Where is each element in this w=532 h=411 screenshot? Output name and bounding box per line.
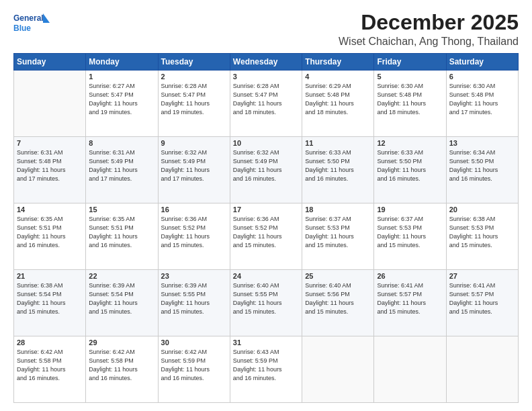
day-number: 19 bbox=[377, 205, 443, 214]
day-number: 14 bbox=[17, 205, 83, 214]
calendar-cell: 22Sunrise: 6:39 AMSunset: 5:54 PMDayligh… bbox=[86, 270, 158, 336]
calendar-cell: 20Sunrise: 6:38 AMSunset: 5:53 PMDayligh… bbox=[446, 203, 518, 270]
calendar-header-wednesday: Wednesday bbox=[230, 54, 302, 71]
day-info: Sunrise: 6:32 AMSunset: 5:49 PMDaylight:… bbox=[161, 148, 227, 183]
calendar-cell: 13Sunrise: 6:34 AMSunset: 5:50 PMDayligh… bbox=[446, 137, 518, 203]
day-info: Sunrise: 6:30 AMSunset: 5:48 PMDaylight:… bbox=[377, 82, 443, 117]
day-info: Sunrise: 6:36 AMSunset: 5:52 PMDaylight:… bbox=[233, 215, 299, 250]
day-info: Sunrise: 6:37 AMSunset: 5:53 PMDaylight:… bbox=[377, 215, 443, 250]
day-info: Sunrise: 6:43 AMSunset: 5:59 PMDaylight:… bbox=[233, 348, 299, 383]
calendar-cell: 7Sunrise: 6:31 AMSunset: 5:48 PMDaylight… bbox=[14, 137, 86, 203]
calendar-header-sunday: Sunday bbox=[14, 54, 86, 71]
title-block: December 2025 Wiset Chaichan, Ang Thong,… bbox=[339, 11, 519, 48]
day-info: Sunrise: 6:34 AMSunset: 5:50 PMDaylight:… bbox=[449, 148, 515, 183]
day-number: 2 bbox=[161, 73, 227, 81]
calendar-cell: 15Sunrise: 6:35 AMSunset: 5:51 PMDayligh… bbox=[86, 203, 158, 270]
svg-marker-2 bbox=[43, 13, 50, 23]
calendar-cell: 30Sunrise: 6:42 AMSunset: 5:59 PMDayligh… bbox=[158, 336, 230, 403]
day-number: 13 bbox=[449, 139, 515, 147]
calendar-cell: 18Sunrise: 6:37 AMSunset: 5:53 PMDayligh… bbox=[302, 203, 374, 270]
calendar-cell: 11Sunrise: 6:33 AMSunset: 5:50 PMDayligh… bbox=[302, 137, 374, 203]
day-info: Sunrise: 6:33 AMSunset: 5:50 PMDaylight:… bbox=[377, 148, 443, 183]
day-number: 18 bbox=[305, 205, 371, 214]
calendar-cell bbox=[446, 336, 518, 403]
day-info: Sunrise: 6:35 AMSunset: 5:51 PMDaylight:… bbox=[17, 215, 83, 250]
day-number: 8 bbox=[89, 139, 154, 147]
calendar-week-row: 1Sunrise: 6:27 AMSunset: 5:47 PMDaylight… bbox=[14, 71, 519, 137]
day-number: 12 bbox=[377, 139, 443, 147]
calendar-header-monday: Monday bbox=[86, 54, 158, 71]
calendar-header-saturday: Saturday bbox=[446, 54, 518, 71]
calendar-week-row: 21Sunrise: 6:38 AMSunset: 5:54 PMDayligh… bbox=[14, 270, 519, 336]
calendar-cell: 8Sunrise: 6:31 AMSunset: 5:49 PMDaylight… bbox=[86, 137, 158, 203]
calendar-cell bbox=[14, 71, 86, 137]
subtitle: Wiset Chaichan, Ang Thong, Thailand bbox=[339, 36, 519, 48]
calendar-cell: 3Sunrise: 6:28 AMSunset: 5:47 PMDaylight… bbox=[230, 71, 302, 137]
calendar-cell: 29Sunrise: 6:42 AMSunset: 5:58 PMDayligh… bbox=[86, 336, 158, 403]
calendar-cell bbox=[374, 336, 446, 403]
day-number: 20 bbox=[449, 205, 515, 214]
calendar-cell: 2Sunrise: 6:28 AMSunset: 5:47 PMDaylight… bbox=[158, 71, 230, 137]
day-number: 23 bbox=[161, 272, 227, 280]
calendar-cell: 27Sunrise: 6:41 AMSunset: 5:57 PMDayligh… bbox=[446, 270, 518, 336]
day-number: 25 bbox=[305, 272, 371, 280]
day-number: 9 bbox=[161, 139, 227, 147]
day-info: Sunrise: 6:41 AMSunset: 5:57 PMDaylight:… bbox=[377, 281, 443, 316]
calendar-cell: 16Sunrise: 6:36 AMSunset: 5:52 PMDayligh… bbox=[158, 203, 230, 270]
calendar-cell: 12Sunrise: 6:33 AMSunset: 5:50 PMDayligh… bbox=[374, 137, 446, 203]
calendar-cell: 24Sunrise: 6:40 AMSunset: 5:55 PMDayligh… bbox=[230, 270, 302, 336]
day-info: Sunrise: 6:39 AMSunset: 5:54 PMDaylight:… bbox=[89, 281, 154, 316]
calendar-cell: 31Sunrise: 6:43 AMSunset: 5:59 PMDayligh… bbox=[230, 336, 302, 403]
day-info: Sunrise: 6:33 AMSunset: 5:50 PMDaylight:… bbox=[305, 148, 371, 183]
calendar-cell: 4Sunrise: 6:29 AMSunset: 5:48 PMDaylight… bbox=[302, 71, 374, 137]
day-number: 27 bbox=[449, 272, 515, 280]
calendar-cell: 1Sunrise: 6:27 AMSunset: 5:47 PMDaylight… bbox=[86, 71, 158, 137]
calendar-cell: 19Sunrise: 6:37 AMSunset: 5:53 PMDayligh… bbox=[374, 203, 446, 270]
day-info: Sunrise: 6:38 AMSunset: 5:54 PMDaylight:… bbox=[17, 281, 83, 316]
day-info: Sunrise: 6:32 AMSunset: 5:49 PMDaylight:… bbox=[233, 148, 299, 183]
calendar-cell: 6Sunrise: 6:30 AMSunset: 5:48 PMDaylight… bbox=[446, 71, 518, 137]
logo-svg: General Blue bbox=[13, 11, 50, 35]
day-number: 28 bbox=[17, 338, 83, 347]
day-number: 21 bbox=[17, 272, 83, 280]
calendar-week-row: 14Sunrise: 6:35 AMSunset: 5:51 PMDayligh… bbox=[14, 203, 519, 270]
day-info: Sunrise: 6:29 AMSunset: 5:48 PMDaylight:… bbox=[305, 82, 371, 117]
calendar-cell: 14Sunrise: 6:35 AMSunset: 5:51 PMDayligh… bbox=[14, 203, 86, 270]
day-number: 15 bbox=[89, 205, 154, 214]
day-info: Sunrise: 6:27 AMSunset: 5:47 PMDaylight:… bbox=[89, 82, 154, 117]
calendar-header-thursday: Thursday bbox=[302, 54, 374, 71]
calendar-cell: 9Sunrise: 6:32 AMSunset: 5:49 PMDaylight… bbox=[158, 137, 230, 203]
day-number: 30 bbox=[161, 338, 227, 347]
day-info: Sunrise: 6:38 AMSunset: 5:53 PMDaylight:… bbox=[449, 215, 515, 250]
day-number: 16 bbox=[161, 205, 227, 214]
day-info: Sunrise: 6:41 AMSunset: 5:57 PMDaylight:… bbox=[449, 281, 515, 316]
day-info: Sunrise: 6:40 AMSunset: 5:55 PMDaylight:… bbox=[233, 281, 299, 316]
calendar-week-row: 7Sunrise: 6:31 AMSunset: 5:48 PMDaylight… bbox=[14, 137, 519, 203]
page: General Blue December 2025 Wiset Chaicha… bbox=[0, 0, 532, 411]
day-info: Sunrise: 6:42 AMSunset: 5:58 PMDaylight:… bbox=[89, 348, 154, 383]
calendar-week-row: 28Sunrise: 6:42 AMSunset: 5:58 PMDayligh… bbox=[14, 336, 519, 403]
main-title: December 2025 bbox=[339, 11, 519, 34]
day-info: Sunrise: 6:30 AMSunset: 5:48 PMDaylight:… bbox=[449, 82, 515, 117]
calendar-cell: 25Sunrise: 6:40 AMSunset: 5:56 PMDayligh… bbox=[302, 270, 374, 336]
calendar-cell: 17Sunrise: 6:36 AMSunset: 5:52 PMDayligh… bbox=[230, 203, 302, 270]
day-info: Sunrise: 6:42 AMSunset: 5:59 PMDaylight:… bbox=[161, 348, 227, 383]
calendar-table: SundayMondayTuesdayWednesdayThursdayFrid… bbox=[13, 53, 519, 403]
day-info: Sunrise: 6:42 AMSunset: 5:58 PMDaylight:… bbox=[17, 348, 83, 383]
day-number: 6 bbox=[449, 73, 515, 81]
calendar-cell bbox=[302, 336, 374, 403]
header: General Blue December 2025 Wiset Chaicha… bbox=[13, 11, 519, 48]
day-number: 24 bbox=[233, 272, 299, 280]
day-number: 31 bbox=[233, 338, 299, 347]
calendar-cell: 26Sunrise: 6:41 AMSunset: 5:57 PMDayligh… bbox=[374, 270, 446, 336]
day-number: 17 bbox=[233, 205, 299, 214]
calendar-cell: 28Sunrise: 6:42 AMSunset: 5:58 PMDayligh… bbox=[14, 336, 86, 403]
calendar-header-friday: Friday bbox=[374, 54, 446, 71]
day-info: Sunrise: 6:37 AMSunset: 5:53 PMDaylight:… bbox=[305, 215, 371, 250]
day-info: Sunrise: 6:31 AMSunset: 5:49 PMDaylight:… bbox=[89, 148, 154, 183]
day-number: 3 bbox=[233, 73, 299, 81]
day-info: Sunrise: 6:40 AMSunset: 5:56 PMDaylight:… bbox=[305, 281, 371, 316]
day-number: 29 bbox=[89, 338, 154, 347]
day-number: 1 bbox=[89, 73, 154, 81]
day-number: 11 bbox=[305, 139, 371, 147]
